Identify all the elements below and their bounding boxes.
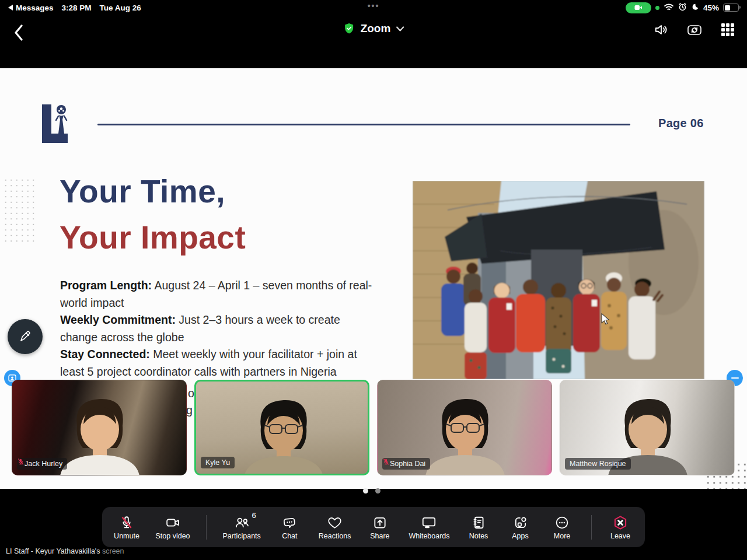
video-page-dots[interactable] [363, 488, 381, 494]
page-number: Page 06 [658, 117, 704, 130]
page-dot[interactable] [375, 488, 381, 494]
toolbar-button-label: Apps [512, 532, 529, 540]
clock-time: 3:28 PM [62, 4, 92, 12]
meeting-nav-bar: Zoom [0, 15, 747, 50]
li-logo [41, 103, 71, 146]
participants-button[interactable]: 6Participants [223, 514, 261, 540]
toolbar-divider [591, 515, 592, 540]
participants-icon: 6 [234, 514, 250, 530]
stop-video-button[interactable]: Stop video [155, 514, 190, 540]
battery-icon [723, 4, 739, 12]
slide-body-text: Program Length: August 24 – April 1 – se… [60, 277, 380, 380]
toolbar-button-label: Unmute [114, 532, 139, 540]
slide-title: Your Time, Your Impact [60, 169, 246, 261]
speaker-button[interactable] [654, 22, 669, 37]
toolbar-button-label: Stop video [155, 532, 190, 540]
slide-title-line1: Your Time, [60, 169, 246, 215]
video-tile-matthew[interactable]: Matthew Rosique [560, 380, 735, 475]
participant-name: Matthew Rosique [570, 460, 626, 468]
notes-icon [471, 514, 486, 530]
alarm-icon [678, 2, 687, 13]
participants-count-badge: 6 [252, 511, 256, 520]
chat-icon [282, 514, 298, 530]
video-icon [165, 514, 181, 530]
apps-grid-button[interactable] [720, 22, 735, 37]
toolbar-button-label: Participants [223, 532, 261, 540]
mic-muted-icon [119, 514, 134, 530]
pencil-icon [18, 330, 32, 344]
back-to-app-label: Messages [16, 4, 54, 12]
participant-name-tag: Jack Hurley [17, 458, 67, 470]
toolbar-button-label: Chat [282, 532, 297, 540]
share-button[interactable]: Share [367, 514, 393, 540]
slide-photo-group [413, 181, 704, 379]
chat-button[interactable]: Chat [277, 514, 302, 540]
slide-title-line2: Your Impact [60, 215, 246, 261]
back-to-app-button[interactable]: Messages [8, 4, 54, 12]
toolbar-button-label: Leave [610, 532, 630, 540]
toolbar-button-label: Whiteboards [409, 532, 449, 540]
leave-button[interactable]: Leave [608, 514, 633, 540]
reactions-button[interactable]: Reactions [319, 514, 351, 540]
cutoff-text-fragment: o [188, 387, 194, 400]
toolbar-divider [206, 515, 207, 540]
minus-icon [731, 377, 739, 379]
toolbar-button-label: Notes [469, 532, 488, 540]
multitask-dots[interactable]: ••• [368, 1, 380, 10]
status-bar: Messages 3:28 PM Tue Aug 26 ••• 45% [0, 0, 747, 15]
apps-icon [513, 514, 528, 530]
back-button[interactable] [9, 22, 28, 43]
whiteboard-icon [421, 514, 437, 530]
toolbar-button-label: Reactions [319, 532, 351, 540]
more-icon [554, 514, 570, 530]
more-button[interactable]: More [549, 514, 575, 540]
unmute-button[interactable]: Unmute [114, 514, 139, 540]
shield-check-icon [343, 22, 355, 35]
cutoff-text-fragment: g [186, 404, 193, 417]
divider-line [97, 124, 630, 125]
screen-share-caption: LI Staff - Keyur Yathavakilla's screen [6, 547, 124, 555]
leave-icon [613, 514, 628, 530]
back-triangle-icon [8, 5, 13, 10]
video-tile-jack[interactable]: Jack Hurley [12, 380, 187, 475]
page-dot[interactable] [363, 488, 368, 494]
participant-name: Jack Hurley [25, 460, 62, 468]
camera-in-use-pill [626, 2, 651, 13]
heart-icon [327, 514, 343, 530]
whiteboards-button[interactable]: Whiteboards [409, 514, 449, 540]
share-icon [372, 514, 388, 530]
video-tile-kyle[interactable]: Kyle Yu [194, 380, 369, 475]
sharer-name: LI Staff - Keyur Yathavakilla's [6, 547, 102, 555]
mouse-cursor [601, 313, 610, 327]
sharer-suffix: screen [102, 547, 124, 555]
video-tile-sophia[interactable]: Sophia Dai [377, 380, 552, 475]
mic-active-dot [655, 6, 659, 10]
toolbar-button-label: Share [370, 532, 389, 540]
participant-name-tag: Matthew Rosique [565, 458, 631, 470]
meeting-title-dropdown[interactable]: Zoom [343, 22, 404, 35]
camera-flip-button[interactable] [687, 22, 702, 37]
participant-name: Sophia Dai [390, 460, 425, 468]
notes-button[interactable]: Notes [466, 514, 491, 540]
meeting-title: Zoom [361, 22, 391, 35]
dot-grid-decoration-left [3, 177, 36, 244]
clock-date: Tue Aug 26 [100, 4, 141, 12]
annotate-button[interactable] [8, 319, 43, 354]
chevron-down-icon [396, 26, 404, 32]
wifi-icon [664, 3, 674, 13]
apps-button[interactable]: Apps [508, 514, 533, 540]
moon-icon [691, 3, 699, 13]
participant-name: Kyle Yu [205, 459, 230, 467]
participant-name-tag: Kyle Yu [201, 457, 235, 468]
participant-name-tag: Sophia Dai [382, 458, 430, 470]
battery-percent: 45% [703, 4, 719, 12]
toolbar: UnmuteStop video6ParticipantsChatReactio… [102, 507, 645, 547]
toolbar-button-label: More [554, 532, 570, 540]
